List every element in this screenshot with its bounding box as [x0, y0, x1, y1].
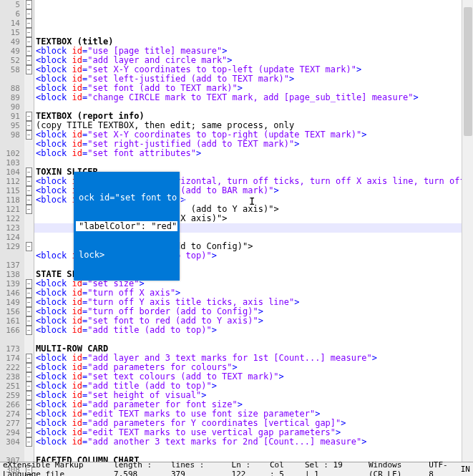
status-col: Col : 5: [270, 460, 292, 477]
fold-margin[interactable]: −−−−−−−−−−−−−−−−−−−−−−−−−−−−−−−−−−−−−−−: [24, 0, 34, 462]
status-sel: Sel : 19 | 1: [305, 460, 343, 477]
vertical-scrollbar-thumb[interactable]: [464, 7, 472, 136]
editor-area[interactable]: 5614154949525888899091959810210310411211…: [0, 0, 473, 462]
text-caret: I: [249, 197, 255, 206]
calltip-line-2: "labelColor": "red": [76, 221, 177, 231]
calltip-line-3: lock>: [76, 250, 177, 260]
vertical-scrollbar[interactable]: [462, 0, 473, 462]
status-insert-mode: IN: [461, 465, 470, 474]
status-lines: lines : 379: [171, 460, 206, 477]
status-eol: Windows (CR LF): [369, 460, 416, 477]
calltip-popup: ock id="set font to re "labelColor": "re…: [74, 172, 180, 281]
status-bar: eXtensible Markup Language file length :…: [0, 462, 473, 476]
code-content[interactable]: TEXTBOX (title)<block id="use [page titl…: [34, 0, 473, 462]
status-length: length : 7,598: [114, 460, 158, 477]
status-encoding: UTF-8: [429, 460, 448, 477]
calltip-line-1: ock id="set font to re: [76, 193, 177, 203]
line-number-gutter: 5614154949525888899091959810210310411211…: [0, 0, 24, 462]
status-line: Ln : 122: [232, 460, 257, 477]
status-language: eXtensible Markup Language file: [3, 460, 101, 477]
